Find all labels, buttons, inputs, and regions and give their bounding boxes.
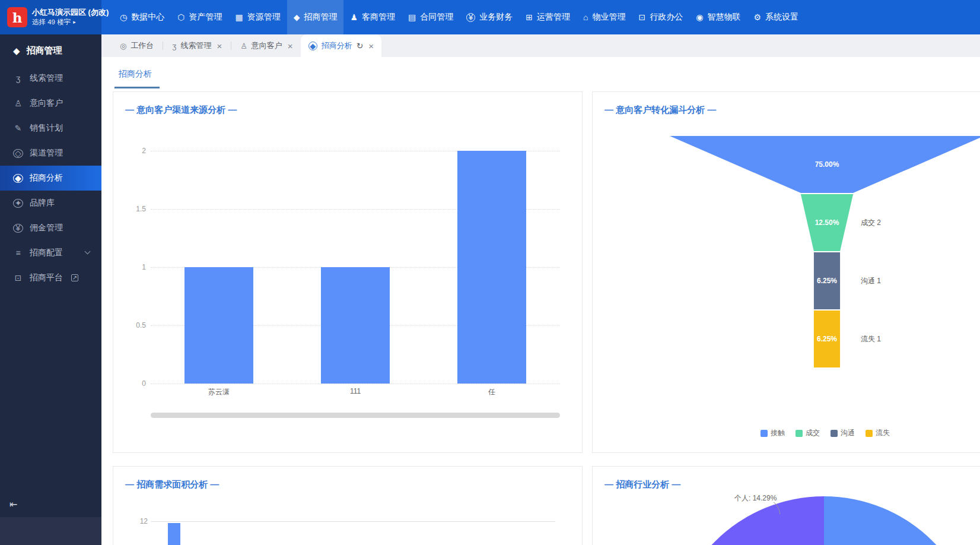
sidebar-item-brand[interactable]: ✦品牌库 (0, 191, 101, 216)
caret-right-icon: ▸ (73, 19, 76, 26)
app-root: h 小红马演示园区 (勿改) 选择 49 楼宇 ▸ ◷数据中心⬡资产管理▦资源管… (0, 0, 980, 545)
contract-icon: ▤ (408, 12, 416, 22)
sidebar-item-label: 招商配置 (30, 248, 63, 258)
operations-icon: ⊞ (526, 12, 533, 22)
sidebar-item-label: 线索管理 (30, 73, 63, 84)
resource-icon: ▦ (235, 12, 243, 22)
legend-swatch (831, 430, 838, 437)
sidebar-item-channel[interactable]: ◇渠道管理 (0, 141, 101, 166)
brand-text: 小红马演示园区 (勿改) 选择 49 楼宇 ▸ (32, 8, 109, 27)
building-selector[interactable]: 选择 49 楼宇 ▸ (32, 18, 109, 27)
funnel-outside-label: 成交 2 (861, 218, 881, 227)
legend-swatch (796, 430, 803, 437)
close-icon[interactable]: × (217, 41, 222, 51)
nav-item-system[interactable]: ⚙系统设置 (747, 0, 805, 34)
bar-苏云潇 (184, 267, 253, 384)
sidebar-item-label: 意向客户 (30, 98, 63, 109)
x-axis-label: 111 (317, 387, 394, 395)
nav-item-finance[interactable]: ¥业务财务 (460, 0, 519, 34)
sidebar-item-label: 招商平台 (30, 272, 63, 283)
funnel-chart: 75.00%12.50%成交 26.25%沟通 16.25%流失 1 (593, 92, 980, 424)
tab-divider (163, 42, 163, 50)
x-axis-label: 任 (453, 387, 530, 397)
brand-block: h 小红马演示园区 (勿改) 选择 49 楼宇 ▸ (0, 0, 101, 34)
sidebar-item-analysis[interactable]: ◆招商分析 (0, 166, 101, 191)
finance-icon: ¥ (466, 13, 475, 22)
legend-item-成交[interactable]: 成交 (796, 428, 820, 438)
nav-item-merchant[interactable]: ♟客商管理 (343, 0, 402, 34)
nav-item-label: 物业管理 (592, 12, 625, 23)
brand-icon: ✦ (13, 199, 23, 208)
sidebar-item-config[interactable]: ≡招商配置 (0, 240, 101, 265)
top-nav: h 小红马演示园区 (勿改) 选择 49 楼宇 ▸ ◷数据中心⬡资产管理▦资源管… (0, 0, 980, 34)
external-link-icon: ↗ (71, 274, 78, 281)
legend-label: 沟通 (841, 428, 855, 438)
close-icon[interactable]: × (288, 41, 293, 51)
y-axis-tick: 1 (122, 263, 146, 271)
nav-item-label: 智慧物联 (707, 12, 740, 23)
legend-label: 接触 (771, 428, 785, 438)
legend-swatch (761, 430, 768, 437)
pie-slice (824, 496, 978, 545)
area-demand-chart-card: 招商需求面积分析 12 (113, 466, 583, 545)
sidebar-item-sales-plan[interactable]: ✎销售计划 (0, 116, 101, 141)
tab-workbench[interactable]: ◎工作台 (112, 34, 161, 57)
park-name: 小红马演示园区 (勿改) (32, 8, 109, 18)
funnel-chart-card: 意向客户转化漏斗分析 75.00%12.50%成交 26.25%沟通 16.25… (592, 91, 980, 453)
config-icon: ≡ (13, 248, 23, 258)
nav-item-operations[interactable]: ⊞运营管理 (519, 0, 577, 34)
sidebar-item-label: 销售计划 (30, 123, 63, 134)
legend-item-接触[interactable]: 接触 (761, 428, 785, 438)
legend-swatch (866, 430, 873, 437)
sidebar-footer (0, 517, 101, 545)
investment-icon: ◆ (13, 46, 20, 56)
y-axis-tick: 2 (122, 147, 146, 155)
close-icon[interactable]: × (368, 41, 374, 51)
sidebar-title-label: 招商管理 (27, 45, 62, 56)
nav-item-resource[interactable]: ▦资源管理 (228, 0, 287, 34)
pie-slice-label: 个人: 14.29% (734, 493, 777, 503)
y-axis-tick: 0.5 (122, 321, 146, 329)
investment-icon: ◆ (294, 12, 300, 22)
bar (168, 523, 180, 545)
asset-icon: ⬡ (177, 12, 184, 22)
gridline (151, 384, 560, 384)
nav-item-label: 资源管理 (247, 12, 281, 23)
y-axis-tick: 0 (122, 379, 146, 388)
tab-clue[interactable]: ʒ线索管理× (164, 34, 230, 57)
subtab-analysis[interactable]: 招商分析 (119, 69, 152, 80)
sidebar-title: ◆ 招商管理 (0, 34, 101, 66)
chart-horizontal-scrollbar[interactable] (151, 413, 560, 418)
collapse-sidebar-icon[interactable]: ⇤ (9, 499, 17, 510)
legend-label: 流失 (876, 428, 890, 438)
nav-item-data-center[interactable]: ◷数据中心 (113, 0, 171, 34)
nav-item-asset[interactable]: ⬡资产管理 (171, 0, 228, 34)
funnel-legend: 接触 成交 沟通 流失 (629, 428, 980, 439)
tab-label: 招商分析 (322, 40, 352, 51)
refresh-icon[interactable]: ↻ (357, 41, 364, 50)
legend-item-流失[interactable]: 流失 (866, 428, 890, 438)
tab-label: 意向客户 (252, 40, 282, 51)
tab-analysis[interactable]: ◆招商分析↻× (301, 34, 382, 57)
commission-icon: ¥ (13, 224, 23, 233)
sidebar-item-label: 佣金管理 (30, 223, 63, 233)
main-content: 招商分析 意向客户渠道来源分析 0 0.5 1 1.5 2 苏云潇 111 任 … (101, 57, 980, 545)
nav-item-label: 合同管理 (420, 12, 453, 23)
nav-item-contract[interactable]: ▤合同管理 (402, 0, 460, 34)
sidebar-item-clue[interactable]: ʒ线索管理 (0, 66, 101, 91)
area-bar-chart-plot: 12 (113, 467, 582, 545)
nav-item-investment[interactable]: ◆招商管理 (287, 0, 344, 34)
pie-slice-personal (670, 496, 824, 545)
sidebar-menu: ʒ线索管理♙意向客户✎销售计划◇渠道管理◆招商分析✦品牌库¥佣金管理≡招商配置⊡… (0, 66, 101, 290)
tab-intent[interactable]: ♙意向客户× (233, 34, 300, 57)
legend-item-沟通[interactable]: 沟通 (831, 428, 855, 438)
sidebar-item-platform[interactable]: ⊡招商平台↗ (0, 265, 101, 290)
funnel-pct-label: 6.25% (817, 335, 837, 343)
nav-item-admin-office[interactable]: ⊡行政办公 (632, 0, 689, 34)
sidebar-item-intent[interactable]: ♙意向客户 (0, 91, 101, 116)
sidebar-item-commission[interactable]: ¥佣金管理 (0, 216, 101, 240)
nav-item-smart-iot[interactable]: ◉智慧物联 (689, 0, 747, 34)
clue-icon: ʒ (172, 42, 176, 50)
bar-111 (321, 267, 390, 384)
nav-item-property[interactable]: ⌂物业管理 (577, 0, 632, 34)
